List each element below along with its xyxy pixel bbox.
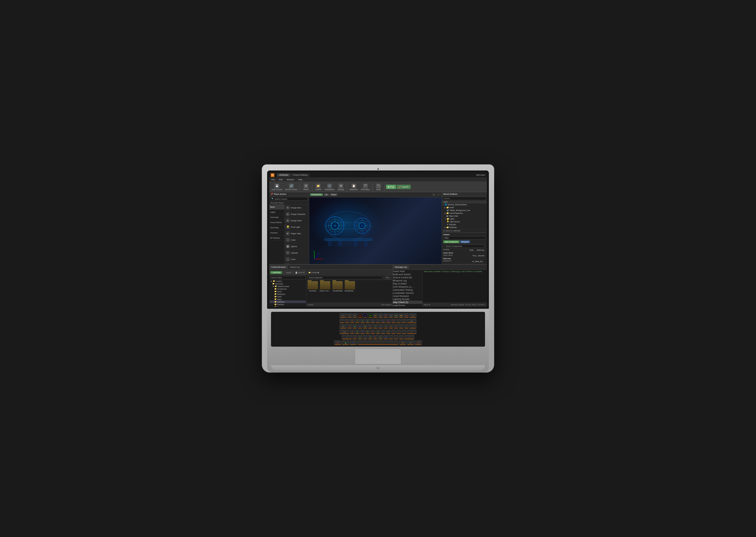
perspective-button[interactable]: Perspective <box>310 193 323 196</box>
key-lbracket[interactable]: [ <box>399 324 404 329</box>
show-button[interactable]: Show <box>330 193 338 196</box>
folder-geometry[interactable]: Geometry <box>308 281 318 292</box>
cinematics-button[interactable]: 🎬 Cinematics <box>359 183 371 191</box>
tree-lights[interactable]: ▼ 📁 Lights <box>442 218 487 220</box>
static-mesh-value[interactable]: Floor_400x400 <box>471 254 486 257</box>
actor-cone[interactable]: △ Cone <box>285 256 309 263</box>
search-paths-input[interactable]: Search Paths <box>270 276 306 279</box>
actor-cylinder[interactable]: ⚙ Cylinder <box>285 250 309 256</box>
log-localization[interactable]: Localization Service <box>393 291 422 295</box>
key-3[interactable]: 3 <box>355 319 360 323</box>
key-f5[interactable]: F5 <box>368 313 373 318</box>
tab-project-settings[interactable]: Project Settings <box>291 173 309 177</box>
key-4[interactable]: 4 <box>360 319 365 323</box>
key-period[interactable]: . <box>394 335 398 340</box>
key-g[interactable]: G <box>371 330 375 334</box>
key-k[interactable]: K <box>386 330 391 334</box>
key-win[interactable]: ⊞ <box>342 341 349 345</box>
key-delete[interactable]: Del <box>409 313 417 318</box>
key-9[interactable]: 9 <box>386 319 391 323</box>
key-p[interactable]: P <box>394 324 398 329</box>
key-b[interactable]: B <box>373 335 378 340</box>
actor-empty-actor[interactable]: ■ Empty Actor <box>285 205 309 211</box>
tree-skylight[interactable]: ☀ SkyLight <box>442 223 487 226</box>
tree-starter-background[interactable]: 🔊 Starter_Background_Cue <box>442 209 487 212</box>
log-anim-blueprint[interactable]: Anim Blueprint Lo... <box>393 285 422 288</box>
element0-value[interactable]: M_Metal_Bru... <box>471 260 486 263</box>
actor-sphere[interactable]: ⬤ Sphere <box>285 243 309 250</box>
key-a[interactable]: A <box>350 330 355 334</box>
actor-player-start[interactable]: ▶ Player Start <box>285 230 309 237</box>
modes-button[interactable]: ⚙ Modes <box>301 183 311 191</box>
key-tab[interactable]: Tab <box>339 324 347 329</box>
key-t[interactable]: T <box>368 324 373 329</box>
key-rbracket[interactable]: ] <box>404 324 409 329</box>
tree-particles[interactable]: 📁 Particles <box>270 303 306 306</box>
key-f[interactable]: F <box>365 330 370 334</box>
log-play-editor[interactable]: Play In Editor <box>393 282 422 285</box>
menu-help[interactable]: Help <box>297 178 303 181</box>
key-ctrl-r[interactable]: Ctrl <box>415 341 422 345</box>
tree-player-start[interactable]: ▶ Player Start <box>442 215 487 218</box>
actor-point-light[interactable]: 💡 Point Light <box>285 224 309 230</box>
search-classes-box[interactable]: 🔍 Search Classes <box>270 197 308 201</box>
key-f2[interactable]: F2 <box>352 313 357 318</box>
category-lights[interactable]: Lights <box>269 210 284 215</box>
key-f8[interactable]: F8 <box>383 313 388 318</box>
blueprints-button[interactable]: 📋 Blueprints <box>348 183 359 191</box>
key-f9[interactable]: F9 <box>388 313 393 318</box>
key-f12[interactable]: F12 <box>404 313 409 318</box>
log-load-errors[interactable]: Load Errors <box>393 304 422 307</box>
marketplace-button[interactable]: 🛒 Marketplace <box>323 183 336 191</box>
category-cinematic[interactable]: Cinematic <box>269 215 284 220</box>
import-button[interactable]: ↑ Import <box>283 271 293 274</box>
key-y[interactable]: Y <box>373 324 378 329</box>
key-d[interactable]: D <box>360 330 365 334</box>
tree-blueprints[interactable]: 📁 Blueprints <box>270 293 306 295</box>
tree-props[interactable]: 📁 Props <box>270 306 306 307</box>
tab-output-log[interactable]: Output Log <box>288 266 302 269</box>
key-comma[interactable]: , <box>388 335 393 340</box>
menu-window[interactable]: Window <box>286 178 295 181</box>
key-h[interactable]: H <box>376 330 380 334</box>
menu-edit[interactable]: Edit <box>278 178 283 181</box>
build-button[interactable]: 🔨 Build <box>374 183 383 191</box>
stationary-mobility-btn[interactable]: Stationary <box>475 249 486 252</box>
key-esc[interactable]: Esc <box>339 313 347 318</box>
folder-virtual-reality[interactable]: VirtualReality <box>332 281 343 292</box>
key-u[interactable]: U <box>378 324 383 329</box>
key-n[interactable]: N <box>378 335 383 340</box>
tree-minimal-default[interactable]: ▼ 🌐 Minimal_Default (Editor) <box>442 203 487 206</box>
lit-button[interactable]: Lit <box>324 193 329 196</box>
key-7[interactable]: 7 <box>376 319 380 323</box>
key-backslash[interactable]: \ <box>409 324 417 329</box>
tree-content[interactable]: ▼ 📁 Content <box>270 280 306 282</box>
tree-starter-content[interactable]: ▼ 📁 StarterContent <box>270 285 306 288</box>
content-button[interactable]: 📁 Content <box>313 183 323 191</box>
key-alt-l[interactable]: Alt <box>350 341 357 345</box>
key-5[interactable]: 5 <box>365 319 370 323</box>
key-backspace[interactable]: ⌫ <box>407 319 417 323</box>
log-automation[interactable]: Automation Testing <box>393 288 422 291</box>
key-semicolon[interactable]: ; <box>396 330 401 334</box>
blueprint-button[interactable]: Blueprint <box>460 240 470 243</box>
tree-geometry[interactable]: 📁 Geometry <box>270 282 306 285</box>
add-new-button[interactable]: + Add New <box>270 271 282 274</box>
key-6[interactable]: 6 <box>371 319 375 323</box>
tree-architecture[interactable]: 📁 Architecture <box>270 288 306 290</box>
log-blueprint-log[interactable]: Blueprint Log <box>393 279 422 282</box>
key-enter[interactable]: ↵ <box>407 330 417 334</box>
key-q[interactable]: Q <box>347 324 352 329</box>
source-control-button[interactable]: 🔗 Source Control <box>284 183 298 191</box>
tree-hdri[interactable]: 📁 HDRI <box>270 295 306 298</box>
key-backtick[interactable]: ` <box>339 319 344 323</box>
log-lighting[interactable]: Lighting Results <box>393 298 422 301</box>
save-all-button[interactable]: 💾 Save All <box>294 271 306 274</box>
category-visual-effects[interactable]: Visual Effects <box>269 220 284 225</box>
category-all-classes[interactable]: All Classes <box>269 235 284 241</box>
menu-file[interactable]: File <box>271 178 276 181</box>
key-0[interactable]: 0 <box>391 319 396 323</box>
key-i[interactable]: I <box>383 324 388 329</box>
key-w[interactable]: W <box>352 324 357 329</box>
tree-maps[interactable]: 📁 Maps <box>270 298 306 301</box>
